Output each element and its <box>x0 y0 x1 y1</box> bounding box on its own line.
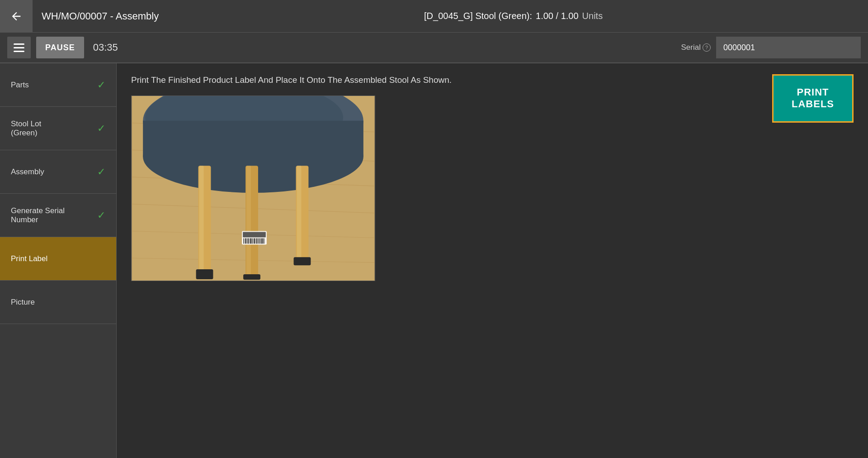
content-area: Print The Finished Product Label And Pla… <box>117 63 868 458</box>
toolbar: PAUSE 03:35 Serial ? <box>0 33 868 63</box>
svg-rect-41 <box>243 274 260 280</box>
instruction-text: Print The Finished Product Label And Pla… <box>131 74 854 86</box>
sidebar-item-picture[interactable]: Picture <box>0 281 116 324</box>
svg-rect-18 <box>246 166 251 278</box>
sidebar-item-generate-serial[interactable]: Generate SerialNumber ✓ <box>0 194 116 237</box>
sidebar-item-print-label-label: Print Label <box>11 254 47 263</box>
generate-serial-check-icon: ✓ <box>97 210 105 221</box>
product-name: [D_0045_G] Stool (Green): <box>424 11 532 21</box>
sidebar-item-stool-lot-label: Stool Lot(Green) <box>11 119 41 138</box>
print-labels-button[interactable]: PRINT LABELS <box>772 74 854 123</box>
parts-check-icon: ✓ <box>97 79 105 91</box>
qty-separator: / <box>556 11 559 21</box>
stool-image-container <box>131 95 375 281</box>
serial-field-group: Serial ? <box>681 37 861 58</box>
sidebar-item-assembly[interactable]: Assembly ✓ <box>0 150 116 194</box>
qty-current: 1.00 <box>536 11 553 21</box>
pause-button[interactable]: PAUSE <box>36 37 84 58</box>
main-layout: Parts ✓ Stool Lot(Green) ✓ Assembly ✓ Ge… <box>0 63 868 458</box>
serial-help-icon[interactable]: ? <box>703 43 711 52</box>
units-label: Units <box>582 11 603 21</box>
serial-input[interactable] <box>716 37 861 58</box>
print-labels-line2: LABELS <box>788 98 838 110</box>
svg-rect-12 <box>199 166 204 274</box>
svg-rect-16 <box>294 257 311 265</box>
sidebar-item-parts-label: Parts <box>11 81 29 90</box>
stool-lot-check-icon: ✓ <box>97 123 105 134</box>
qty-total: 1.00 <box>561 11 579 21</box>
sidebar-item-generate-serial-label: Generate SerialNumber <box>11 206 65 224</box>
menu-button[interactable] <box>7 37 31 58</box>
arrow-left-icon <box>10 10 23 23</box>
sidebar: Parts ✓ Stool Lot(Green) ✓ Assembly ✓ Ge… <box>0 63 117 458</box>
svg-rect-20 <box>243 232 266 237</box>
stool-image-svg <box>132 96 375 281</box>
qty-display: 1.00 / 1.00 <box>536 11 579 21</box>
sidebar-item-stool-lot[interactable]: Stool Lot(Green) ✓ <box>0 107 116 150</box>
sidebar-item-parts[interactable]: Parts ✓ <box>0 63 116 107</box>
sidebar-item-print-label[interactable]: Print Label <box>0 237 116 281</box>
timer-display: 03:35 <box>93 42 118 53</box>
assembly-check-icon: ✓ <box>97 166 105 178</box>
product-info: [D_0045_G] Stool (Green): 1.00 / 1.00 Un… <box>424 11 603 21</box>
svg-rect-10 <box>143 120 363 157</box>
header: WH/MO/00007 - Assembly [D_0045_G] Stool … <box>0 0 868 33</box>
work-order-title: WH/MO/00007 - Assembly <box>42 10 159 22</box>
svg-rect-15 <box>297 166 302 260</box>
print-labels-line1: PRINT <box>788 86 838 98</box>
back-button[interactable] <box>0 0 33 33</box>
sidebar-item-picture-label: Picture <box>11 298 35 307</box>
svg-rect-13 <box>196 269 213 279</box>
pause-label: PAUSE <box>45 43 75 52</box>
hamburger-icon <box>14 43 24 52</box>
sidebar-item-assembly-label: Assembly <box>11 167 44 177</box>
serial-label-text: Serial <box>681 43 701 52</box>
